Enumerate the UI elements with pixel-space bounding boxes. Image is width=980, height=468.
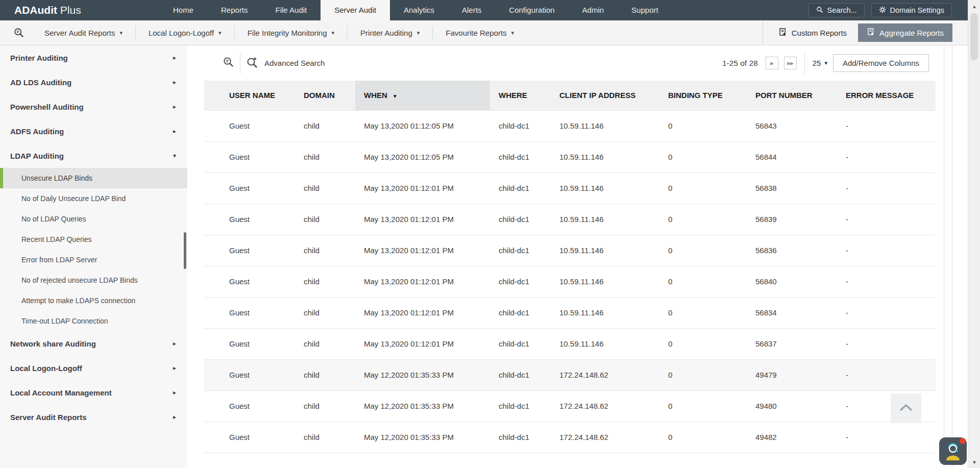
sidebar-item-label: Error from LDAP Server <box>21 256 97 264</box>
page-size-value: 25 <box>813 59 821 67</box>
table-row[interactable]: GuestchildMay 13,2020 01:12:01 PMchild-d… <box>204 235 936 266</box>
table-cell: 0 <box>658 390 745 422</box>
nav-item-server-audit[interactable]: Server Audit <box>321 0 390 20</box>
table-row[interactable]: GuestchildMay 12,2020 01:35:33 PMchild-d… <box>204 422 936 453</box>
table-cell: Guest <box>204 297 278 328</box>
nav-item-reports[interactable]: Reports <box>207 0 262 20</box>
sidebar-item-unsecure-ldap-binds[interactable]: Unsecure LDAP Binds <box>0 168 187 188</box>
table-row[interactable]: GuestchildMay 13,2020 01:12:05 PMchild-d… <box>204 141 936 173</box>
support-chat-button[interactable] <box>939 437 967 465</box>
browser-scrollbar[interactable]: ▲ ▼ <box>968 0 980 468</box>
sidebar-item-no-of-rejected-unsecure-ldap-binds[interactable]: No of rejected unsecure LDAP Binds <box>0 270 187 290</box>
toolbar-dropdown-printer-auditing[interactable]: Printer Auditing▾ <box>348 20 432 45</box>
sidebar-item-server-audit-reports[interactable]: Server Audit Reports▸ <box>0 405 187 429</box>
inner-scrollbar-track[interactable] <box>944 45 952 468</box>
sidebar-item-no-of-ldap-queries[interactable]: No of LDAP Queries <box>0 209 187 229</box>
add-remove-columns-button[interactable]: Add/Remove Columns <box>833 54 929 72</box>
column-header-label: WHERE <box>499 91 527 100</box>
table-cell: May 13,2020 01:12:01 PM <box>355 266 490 297</box>
table-row[interactable]: GuestchildMay 13,2020 01:12:01 PMchild-d… <box>204 297 936 328</box>
column-header-label: WHEN <box>364 91 387 100</box>
nav-item-file-audit[interactable]: File Audit <box>262 0 321 20</box>
aggregate-reports-button[interactable]: Aggregate Reports <box>858 23 952 42</box>
browser-scrollbar-thumb[interactable] <box>970 13 978 60</box>
sidebar-item-local-account-management[interactable]: Local Account Management▸ <box>0 380 187 405</box>
sidebar-item-adfs-auditing[interactable]: ADFS Auditing▸ <box>0 119 187 143</box>
table-cell: 56836 <box>745 235 835 266</box>
report-search-icon[interactable] <box>13 27 24 38</box>
advanced-search-label[interactable]: Advanced Search <box>264 59 325 67</box>
scrollbar-down-arrow[interactable]: ▼ <box>968 460 980 465</box>
chevron-right-icon: ▸ <box>173 389 176 396</box>
table-row[interactable]: GuestchildMay 13,2020 01:12:01 PMchild-d… <box>204 328 936 359</box>
table-row[interactable]: GuestchildMay 13,2020 01:12:01 PMchild-d… <box>204 173 936 204</box>
nav-item-alerts[interactable]: Alerts <box>448 0 495 20</box>
next-page-button[interactable]: ▶ <box>766 57 778 69</box>
sidebar-item-printer-auditing[interactable]: Printer Auditing▸ <box>0 45 187 70</box>
table-cell: child <box>278 266 355 297</box>
column-header-domain[interactable]: DOMAIN <box>278 81 355 110</box>
column-header-client-ip-address[interactable]: CLIENT IP ADDRESS <box>549 81 658 110</box>
sidebar-item-error-from-ldap-server[interactable]: Error from LDAP Server <box>0 250 187 270</box>
column-header-when[interactable]: WHEN▼ <box>355 81 490 110</box>
pagination-range: 1-25 of 28 <box>722 59 758 68</box>
nav-item-support[interactable]: Support <box>618 0 672 20</box>
advanced-search-icon[interactable] <box>246 56 258 70</box>
table-search-icon[interactable] <box>223 56 234 70</box>
report-panel-toolbar: Advanced Search 1-25 of 28 ▶ ▶▶ 25 ▾ Add… <box>204 45 936 81</box>
last-page-button[interactable]: ▶▶ <box>784 57 797 69</box>
scroll-to-top-button[interactable] <box>891 393 921 423</box>
app-logo[interactable]: ADAudit Plus <box>14 0 81 20</box>
sidebar-item-label: Time-out LDAP Connection <box>21 317 108 325</box>
sidebar-item-network-share-auditing[interactable]: Network share Auditing▸ <box>0 331 187 356</box>
sidebar-item-local-logon-logoff[interactable]: Local Logon-Logoff▸ <box>0 356 187 380</box>
table-row[interactable]: GuestchildMay 13,2020 01:12:01 PMchild-d… <box>204 266 936 297</box>
toolbar-dropdown-favourite-reports[interactable]: Favourite Reports▾ <box>433 20 527 45</box>
table-row-partial <box>204 453 936 463</box>
sidebar-item-time-out-ldap-connection[interactable]: Time-out LDAP Connection <box>0 311 187 331</box>
report-table-body: GuestchildMay 13,2020 01:12:05 PMchild-d… <box>204 110 936 463</box>
chevron-down-icon: ▾ <box>824 60 827 66</box>
sidebar-item-powershell-auditing[interactable]: Powershell Auditing▸ <box>0 94 187 119</box>
table-row[interactable]: GuestchildMay 12,2020 01:35:33 PMchild-d… <box>204 359 936 390</box>
sidebar-item-ldap-auditing[interactable]: LDAP Auditing▾ <box>0 143 187 168</box>
column-header-port-number[interactable]: PORT NUMBER <box>745 81 835 110</box>
table-cell: 10.59.11.146 <box>549 266 658 297</box>
nav-item-admin[interactable]: Admin <box>569 0 618 20</box>
table-row[interactable]: GuestchildMay 13,2020 01:12:01 PMchild-d… <box>204 204 936 235</box>
table-cell: 0 <box>658 422 745 453</box>
column-header-label: USER NAME <box>229 91 275 100</box>
toolbar-dropdown-file-integrity-monitoring[interactable]: File Integrity Monitoring▾ <box>235 20 347 45</box>
scrollbar-up-arrow[interactable]: ▲ <box>968 4 980 9</box>
sidebar-item-label: Powershell Auditing <box>10 103 84 111</box>
table-row[interactable]: GuestchildMay 13,2020 01:12:05 PMchild-d… <box>204 110 936 141</box>
nav-item-analytics[interactable]: Analytics <box>390 0 448 20</box>
table-cell <box>278 453 355 463</box>
column-header-binding-type[interactable]: BINDING TYPE <box>658 81 745 110</box>
table-row[interactable]: GuestchildMay 12,2020 01:35:33 PMchild-d… <box>204 390 936 422</box>
domain-settings-button[interactable]: Domain Settings <box>871 3 952 17</box>
column-header-user-name[interactable]: USER NAME <box>204 81 278 110</box>
sidebar-item-attempt-to-make-ldaps-connection[interactable]: Attempt to make LDAPS connection <box>0 290 187 311</box>
table-cell: child-dc1 <box>490 328 549 359</box>
column-header-where[interactable]: WHERE <box>490 81 549 110</box>
toolbar-dropdown-local-logon-logoff[interactable]: Local Logon-Logoff▾ <box>136 20 234 45</box>
column-header-error-message[interactable]: ERROR MESSAGE <box>835 81 936 110</box>
page-size-dropdown[interactable]: 25 ▾ <box>813 59 827 67</box>
table-cell: child <box>278 110 355 141</box>
nav-item-home[interactable]: Home <box>159 0 207 20</box>
chevron-right-icon: ▸ <box>173 340 176 347</box>
sidebar-item-no-of-daily-unsecure-ldap-bind[interactable]: No of Daily Unsecure LDAP Bind <box>0 188 187 209</box>
table-cell: child-dc1 <box>490 204 549 235</box>
chevron-down-icon: ▾ <box>332 30 335 36</box>
sidebar-scrollbar-thumb[interactable] <box>184 232 186 269</box>
custom-reports-button[interactable]: Custom Reports <box>778 28 847 38</box>
toolbar-dropdown-label: File Integrity Monitoring <box>248 29 327 37</box>
sidebar-item-ad-lds-auditing[interactable]: AD LDS Auditing▸ <box>0 70 187 94</box>
chevron-right-icon: ▸ <box>173 79 176 86</box>
sidebar-item-label: LDAP Auditing <box>10 152 64 160</box>
toolbar-dropdown-server-audit-reports[interactable]: Server Audit Reports▾ <box>32 20 135 45</box>
global-search-button[interactable]: Search... <box>808 3 865 17</box>
nav-item-configuration[interactable]: Configuration <box>495 0 568 20</box>
sidebar-item-recent-ldap-queries[interactable]: Recent LDAP Queries <box>0 229 187 250</box>
